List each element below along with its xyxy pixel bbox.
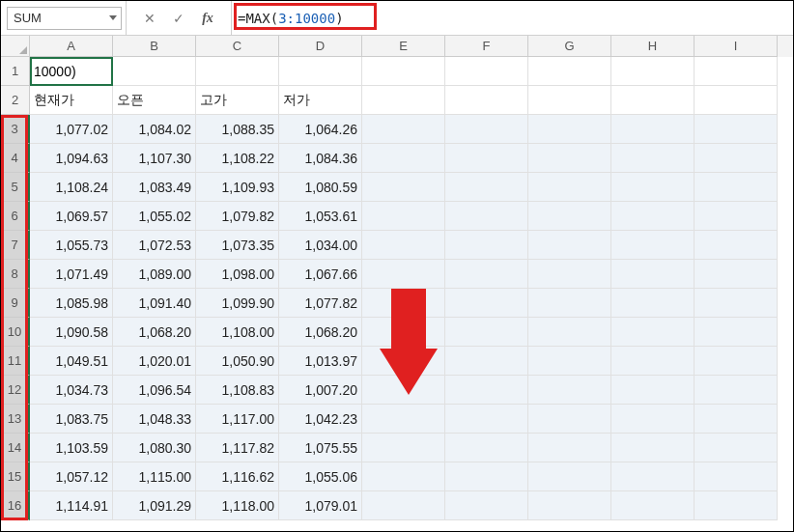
cell[interactable] [279, 57, 362, 86]
cell[interactable]: 1,020.01 [113, 347, 196, 376]
cell[interactable] [695, 260, 778, 289]
cell[interactable] [362, 405, 445, 434]
cell[interactable] [528, 115, 611, 144]
cell[interactable]: 1,084.02 [113, 115, 196, 144]
cell[interactable] [528, 86, 611, 115]
row-header[interactable]: 4 [1, 144, 30, 173]
cell[interactable] [611, 144, 695, 173]
cell[interactable] [695, 347, 778, 376]
enter-formula-button[interactable]: ✓ [165, 7, 192, 30]
cell[interactable]: 1,108.83 [196, 376, 279, 405]
cell[interactable]: 1,048.33 [113, 405, 196, 434]
cell[interactable]: 1,091.29 [113, 491, 196, 520]
cell[interactable] [611, 318, 695, 347]
cell[interactable]: 1,118.00 [196, 491, 279, 520]
cell[interactable]: 1,055.73 [30, 231, 113, 260]
cell[interactable]: 1,108.22 [196, 144, 279, 173]
cell[interactable]: 1,114.91 [30, 491, 113, 520]
cell[interactable]: 1,055.02 [113, 202, 196, 231]
cell[interactable] [528, 491, 611, 520]
cell[interactable] [695, 173, 778, 202]
cell[interactable]: 1,083.49 [113, 173, 196, 202]
cell[interactable] [196, 57, 279, 86]
cell[interactable] [362, 57, 445, 86]
cell[interactable]: 1,077.82 [279, 289, 362, 318]
cell[interactable] [611, 462, 695, 491]
cell[interactable] [528, 376, 611, 405]
cell[interactable] [611, 405, 695, 434]
cell[interactable] [611, 434, 695, 462]
cell[interactable]: 1,053.61 [279, 202, 362, 231]
cell[interactable] [362, 115, 445, 144]
cell[interactable] [695, 86, 778, 115]
cell[interactable] [611, 202, 695, 231]
cell[interactable] [695, 318, 778, 347]
chevron-down-icon[interactable] [109, 15, 117, 20]
cell[interactable] [445, 57, 528, 86]
cell[interactable]: 1,080.30 [113, 434, 196, 462]
cell[interactable] [362, 347, 445, 376]
col-header[interactable]: I [695, 36, 778, 57]
cell[interactable] [445, 144, 528, 173]
cell[interactable] [611, 86, 695, 115]
col-header[interactable]: F [445, 36, 528, 57]
cell[interactable]: 1,083.75 [30, 405, 113, 434]
cell[interactable] [528, 434, 611, 462]
cell[interactable]: 1,079.01 [279, 491, 362, 520]
cell[interactable]: 1,079.82 [196, 202, 279, 231]
cell[interactable]: 1,042.23 [279, 405, 362, 434]
row-header[interactable]: 8 [1, 260, 30, 289]
cell[interactable] [528, 289, 611, 318]
cell[interactable]: 1,069.57 [30, 202, 113, 231]
cell[interactable] [611, 57, 695, 86]
cell[interactable] [611, 289, 695, 318]
cell[interactable] [445, 115, 528, 144]
insert-function-button[interactable]: fx [194, 7, 221, 30]
cell[interactable] [113, 57, 196, 86]
cell[interactable] [362, 434, 445, 462]
cell[interactable]: 1,055.06 [279, 462, 362, 491]
col-header[interactable]: G [528, 36, 611, 57]
cell[interactable] [611, 376, 695, 405]
cell[interactable]: 1,077.02 [30, 115, 113, 144]
cell[interactable]: 1,072.53 [113, 231, 196, 260]
cell[interactable]: 고가 [196, 86, 279, 115]
cell[interactable]: 1,073.35 [196, 231, 279, 260]
cell[interactable]: 저가 [279, 86, 362, 115]
row-header[interactable]: 6 [1, 202, 30, 231]
col-header[interactable]: A [30, 36, 113, 57]
cell[interactable] [528, 231, 611, 260]
cell[interactable] [362, 86, 445, 115]
col-header[interactable]: E [362, 36, 445, 57]
cell[interactable] [695, 434, 778, 462]
cell[interactable] [445, 347, 528, 376]
cell[interactable] [695, 289, 778, 318]
col-header[interactable]: B [113, 36, 196, 57]
cell[interactable]: 1,096.54 [113, 376, 196, 405]
cell[interactable]: 1,071.49 [30, 260, 113, 289]
row-header[interactable]: 1 [1, 57, 30, 86]
cell[interactable] [611, 173, 695, 202]
cell[interactable] [362, 144, 445, 173]
cell[interactable] [445, 260, 528, 289]
cell[interactable]: 1,034.73 [30, 376, 113, 405]
cell[interactable] [695, 115, 778, 144]
cell[interactable] [362, 318, 445, 347]
cell[interactable] [611, 115, 695, 144]
cell[interactable] [362, 289, 445, 318]
cell[interactable]: 1,049.51 [30, 347, 113, 376]
cell[interactable]: 1,050.90 [196, 347, 279, 376]
cell[interactable] [445, 434, 528, 462]
cell[interactable]: 1,064.26 [279, 115, 362, 144]
cell[interactable] [445, 173, 528, 202]
cell[interactable] [445, 289, 528, 318]
cell[interactable] [445, 231, 528, 260]
spreadsheet-grid[interactable]: A B C D E F G H I 10000) 1 [1, 36, 793, 520]
cell[interactable]: 1,075.55 [279, 434, 362, 462]
cell[interactable] [528, 462, 611, 491]
cell[interactable]: 1,099.90 [196, 289, 279, 318]
cell[interactable] [445, 462, 528, 491]
cell[interactable] [362, 173, 445, 202]
row-header[interactable]: 7 [1, 231, 30, 260]
cell[interactable]: 1,094.63 [30, 144, 113, 173]
